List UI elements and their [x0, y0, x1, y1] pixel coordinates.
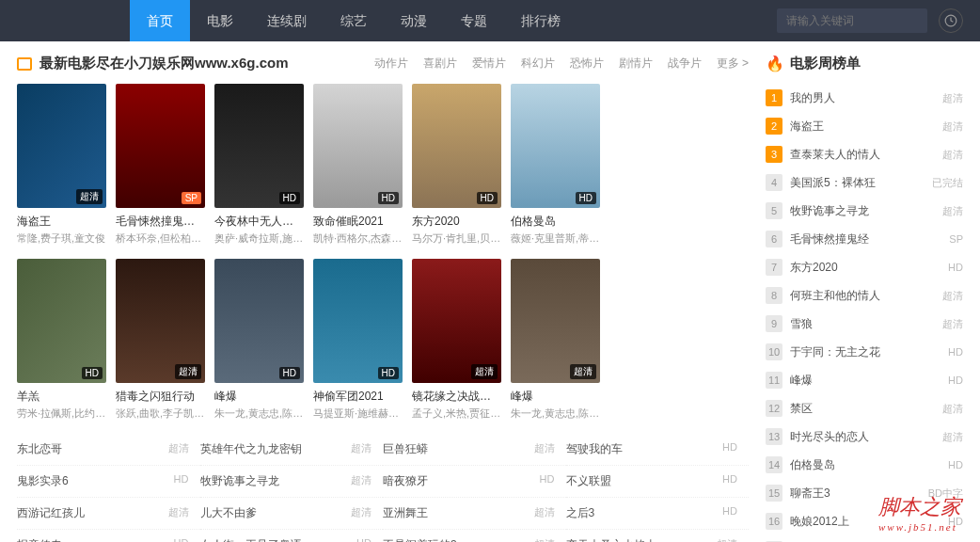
rank-title: 伯格曼岛: [790, 457, 948, 473]
item-quality: 超清: [351, 441, 371, 457]
list-item[interactable]: 西游记红孩儿超清: [17, 498, 200, 530]
list-item[interactable]: 暗夜獠牙HD: [383, 466, 566, 498]
poster-card[interactable]: 超清峰爆朱一龙,黄志忠,陈数,焦俊: [511, 259, 600, 421]
list-item[interactable]: 女人街，再见了粤语HD: [200, 530, 384, 542]
list-item[interactable]: 报童传奇HD: [17, 530, 200, 542]
poster-card[interactable]: HD羊羔劳米·拉佩斯,比约恩·西奥: [17, 259, 106, 421]
genre-tab[interactable]: 恐怖片: [570, 56, 604, 72]
list-item[interactable]: 鬼影实录6HD: [17, 466, 200, 498]
list-item[interactable]: 齐天大圣之火焰山超清: [566, 530, 750, 542]
poster-title: 伯格曼岛: [511, 214, 600, 230]
poster-subtitle: 薇姬·克里普斯,蒂姆·罗斯: [511, 231, 600, 246]
list-item[interactable]: 巨兽狂蟒超清: [383, 434, 566, 466]
item-title: 儿大不由爹: [200, 505, 257, 521]
rank-title: 于宇同：无主之花: [790, 344, 948, 360]
rank-number: 4: [766, 174, 782, 191]
genre-tab[interactable]: 喜剧片: [423, 56, 457, 72]
list-item[interactable]: 亚洲舞王超清: [383, 498, 566, 530]
poster-card[interactable]: HD致命催眠2021凯特·西格尔,杰森·奥玛拉: [313, 84, 403, 246]
genre-tab[interactable]: 更多 >: [717, 56, 749, 72]
sidebar-title: 电影周榜单: [790, 55, 861, 72]
watermark-main: 脚本之家: [878, 493, 961, 521]
poster-card[interactable]: HD伯格曼岛薇姬·克里普斯,蒂姆·罗斯: [511, 84, 600, 246]
rank-quality: SP: [949, 233, 963, 245]
rank-number: 13: [766, 428, 782, 445]
poster-card[interactable]: HD神偷军团2021马提亚斯·施维赫夫,娜塔: [313, 259, 403, 421]
rank-item[interactable]: 5牧野诡事之寻龙超清: [766, 197, 963, 225]
poster-subtitle: 孟子义,米热,贾征宇,李依: [412, 406, 501, 421]
poster-image: HD: [214, 259, 304, 383]
genre-tab[interactable]: 爱情片: [472, 56, 506, 72]
poster-title: 峰爆: [511, 389, 600, 405]
list-item[interactable]: 东北恋哥超清: [17, 434, 200, 466]
rank-number: 1: [766, 89, 782, 106]
list-item[interactable]: 驾驶我的车HD: [566, 434, 750, 466]
genre-tab[interactable]: 战争片: [668, 56, 702, 72]
quality-badge: 超清: [175, 364, 201, 379]
nav-tab[interactable]: 综艺: [324, 0, 384, 41]
rank-title: 东方2020: [790, 260, 948, 276]
poster-title: 峰爆: [214, 389, 304, 405]
watermark: 脚本之家 www.jb51.net: [878, 493, 961, 533]
nav-tab[interactable]: 排行榜: [504, 0, 577, 41]
list-item[interactable]: 不义联盟HD: [566, 466, 750, 498]
rank-item[interactable]: 6毛骨悚然撞鬼经SP: [766, 225, 963, 253]
poster-card[interactable]: 超清猎毒之闪狙行动张跃,曲歌,李子凯,黄宥怡: [116, 259, 205, 421]
list-item[interactable]: 之后3HD: [566, 498, 750, 530]
history-icon[interactable]: [939, 8, 963, 33]
poster-row-2: HD羊羔劳米·拉佩斯,比约恩·西奥超清猎毒之闪狙行动张跃,曲歌,李子凯,黄宥怡H…: [17, 259, 749, 421]
rank-item[interactable]: 8何班主和他的情人超清: [766, 281, 963, 310]
poster-image: 超清: [116, 259, 205, 383]
rank-item[interactable]: 4美国派5：裸体狂已完结: [766, 168, 963, 197]
list-item[interactable]: 儿大不由爹超清: [200, 498, 384, 530]
rank-item[interactable]: 7东方2020HD: [766, 253, 963, 281]
nav-tab[interactable]: 连续剧: [250, 0, 324, 41]
rank-item[interactable]: 12禁区超清: [766, 394, 963, 422]
poster-card[interactable]: HD峰爆朱一龙,黄志忠,陈数,焦俊: [214, 259, 304, 421]
list-item[interactable]: 英雄年代之九龙密钥超清: [200, 434, 384, 466]
genre-tab[interactable]: 剧情片: [619, 56, 653, 72]
poster-card[interactable]: 超清海盗王常隆,费子琪,童文俊: [17, 84, 106, 246]
rank-title: 查泰莱夫人的情人: [790, 147, 942, 163]
rank-title: 峰爆: [790, 373, 948, 389]
quality-badge: HD: [576, 192, 596, 204]
poster-image: HD: [313, 84, 403, 208]
poster-title: 今夜林中无人入睡2: [214, 214, 304, 230]
nav-tab[interactable]: 电影: [190, 0, 250, 41]
rank-item[interactable]: 9雪狼超清: [766, 310, 963, 338]
rank-item[interactable]: 2海盗王超清: [766, 112, 963, 140]
nav-tab[interactable]: 首页: [130, 0, 190, 41]
rank-quality: 超清: [942, 148, 963, 162]
rank-title: 时光尽头的恋人: [790, 429, 942, 445]
poster-title: 羊羔: [17, 389, 106, 405]
rank-title: 美国派5：裸体狂: [790, 175, 932, 191]
nav-tab[interactable]: 动漫: [384, 0, 444, 41]
poster-card[interactable]: HD东方2020马尔万·肯扎里,贝吉斯特: [412, 84, 501, 246]
poster-card[interactable]: 超清镜花缘之决战女儿国孟子义,米热,贾征宇,李依: [412, 259, 501, 421]
rank-item[interactable]: 14伯格曼岛HD: [766, 451, 963, 479]
rank-item[interactable]: 17伏妖白鱼镇1HD: [766, 535, 963, 542]
list-item[interactable]: 不是闹着玩的3超清: [383, 530, 566, 542]
rank-number: 16: [766, 513, 782, 530]
rank-item[interactable]: 10于宇同：无主之花HD: [766, 338, 963, 366]
genre-tab[interactable]: 动作片: [374, 56, 408, 72]
rank-item[interactable]: 13时光尽头的恋人超清: [766, 422, 963, 451]
rank-title: 海盗王: [790, 119, 942, 135]
rank-item[interactable]: 11峰爆HD: [766, 366, 963, 394]
rank-item[interactable]: 1我的男人超清: [766, 84, 963, 112]
quality-badge: 超清: [76, 189, 103, 204]
item-quality: HD: [540, 473, 555, 489]
poster-subtitle: 马提亚斯·施维赫夫,娜塔: [313, 406, 403, 421]
rank-item[interactable]: 3查泰莱夫人的情人超清: [766, 140, 963, 168]
nav-tab[interactable]: 专题: [444, 0, 504, 41]
rank-title: 毛骨悚然撞鬼经: [790, 231, 949, 247]
rank-quality: HD: [948, 459, 963, 470]
list-item[interactable]: 牧野诡事之寻龙超清: [200, 466, 384, 498]
search-input[interactable]: [777, 8, 927, 33]
poster-card[interactable]: SP毛骨悚然撞鬼经 2021...桥本环奈,但松柏久,山中崇: [116, 84, 205, 246]
item-quality: 超清: [351, 473, 371, 489]
poster-title: 镜花缘之决战女儿国: [412, 389, 501, 405]
poster-card[interactable]: HD今夜林中无人入睡2奥萨·威奇拉斯,施丹尼: [214, 84, 304, 246]
genre-tab[interactable]: 科幻片: [521, 56, 555, 72]
rank-quality: 超清: [942, 402, 963, 416]
